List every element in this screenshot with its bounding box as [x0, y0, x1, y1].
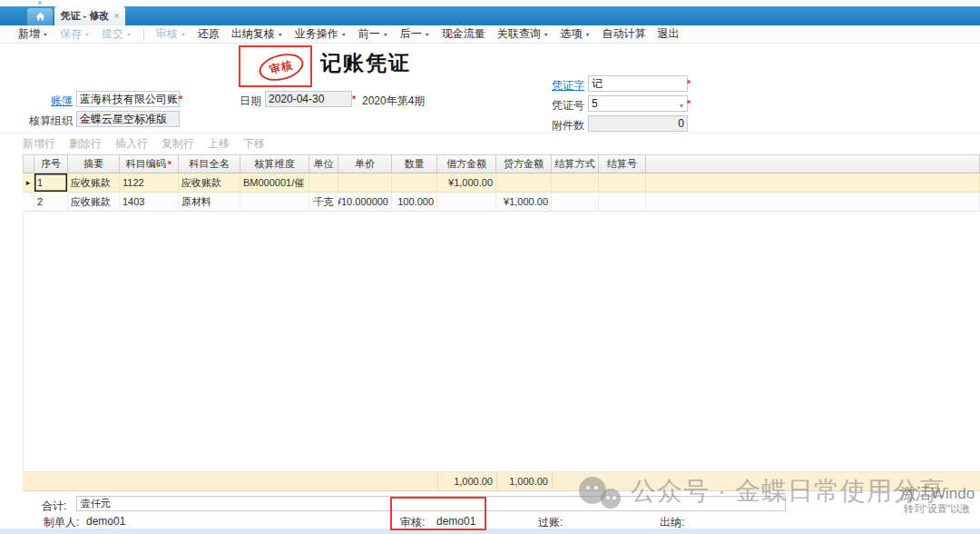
table-cell[interactable]: 1403	[120, 193, 179, 212]
table-cell[interactable]	[437, 193, 496, 212]
table-cell[interactable]	[309, 173, 338, 193]
table-cell[interactable]: BM000001/催	[240, 173, 309, 193]
tab-voucher-edit[interactable]: 凭证 - 修改 ×	[54, 6, 125, 25]
totals-cell	[120, 472, 179, 490]
totals-cell: 1,000.00	[496, 472, 552, 490]
tab-close-icon[interactable]: ×	[113, 11, 119, 21]
table-cell[interactable]: 1	[34, 173, 68, 193]
table-cell[interactable]	[392, 173, 437, 193]
table-cell[interactable]: 应收账款	[179, 173, 240, 193]
chevron-down-icon[interactable]: ▾	[680, 99, 683, 112]
grid-toolbar-button: 上移	[208, 136, 230, 152]
grid-toolbar: 新增行删除行插入行复制行上移下移	[23, 134, 265, 153]
title-strip	[0, 0, 980, 6]
toolbar-previous-button[interactable]: 前一▼	[358, 26, 388, 42]
table-cell[interactable]	[552, 193, 599, 212]
required-mark: *	[168, 159, 172, 170]
voucher-no-select[interactable]: 5 ▾	[588, 95, 688, 112]
toolbar-options-button[interactable]: 选项▼	[561, 26, 591, 42]
org-label: 核算组织	[29, 114, 73, 129]
bottom-strip	[0, 529, 980, 534]
table-cell[interactable]	[338, 173, 392, 193]
table-cell[interactable]	[646, 173, 980, 193]
table-cell[interactable]: 2	[34, 193, 68, 212]
table-cell[interactable]: 千克	[309, 193, 338, 212]
toolbar-business-ops-label: 业务操作	[295, 26, 338, 42]
toolbar-business-ops-button[interactable]: 业务操作▼	[295, 26, 347, 42]
totals-cell	[392, 472, 437, 490]
totals-cell	[338, 472, 392, 490]
toolbar-related-query-button[interactable]: 关联查询▼	[497, 26, 549, 42]
table-cell[interactable]: ¥1,000.00	[437, 173, 496, 193]
dropdown-caret-icon: ▼	[341, 32, 347, 36]
home-tab[interactable]	[27, 8, 53, 25]
totals-cell	[240, 472, 309, 490]
toolbar-cash-flow-button[interactable]: 现金流量	[442, 26, 485, 42]
toolbar-previous-label: 前一	[358, 26, 380, 42]
column-header-label: 数量	[405, 157, 425, 171]
column-header-科目编码: 科目编码*	[120, 154, 179, 173]
toolbar-audit-button: 审核▼	[156, 26, 186, 42]
column-header-label: 结算号	[607, 157, 637, 171]
voucher-no-required-mark: *	[687, 98, 691, 109]
voucher-word-label: 凭证字	[544, 78, 584, 94]
table-cell[interactable]: ¥10.000000	[338, 193, 392, 212]
date-input[interactable]: 2020-04-30	[265, 91, 352, 107]
table-cell[interactable]: 100.000	[392, 193, 437, 212]
org-input[interactable]: 金蝶云星空标准版	[76, 111, 180, 127]
book-link[interactable]: 账簿	[51, 94, 73, 107]
column-header-借方金额: 借方金额	[437, 154, 496, 173]
voucher-no-value: 5	[592, 97, 598, 110]
toolbar-add-button[interactable]: 新增▼	[18, 26, 48, 42]
totals-row: 1,000.001,000.00	[23, 471, 980, 491]
column-header-label: 科目全名	[190, 157, 230, 171]
book-input[interactable]: 蓝海科技有限公司账簿	[76, 91, 180, 107]
table-cell[interactable]: 原材料	[179, 193, 240, 212]
table-cell[interactable]: ¥1,000.00	[496, 193, 552, 212]
toolbar-save-button: 保存▼	[60, 26, 90, 42]
dropdown-caret-icon: ▼	[126, 32, 132, 36]
table-cell[interactable]: 应收账款	[68, 173, 120, 193]
table-cell[interactable]: 应收账款	[68, 193, 120, 212]
book-required-mark: *	[179, 94, 182, 104]
table-cell[interactable]	[552, 173, 599, 193]
toolbar-next-button[interactable]: 后一▼	[400, 26, 430, 42]
totals-cell	[179, 472, 240, 490]
table-cell[interactable]: 1122	[120, 173, 179, 193]
table-cell[interactable]	[240, 193, 309, 212]
toolbar-exit-button[interactable]: 退出	[658, 26, 680, 42]
toolbar-cashier-review-button[interactable]: 出纳复核▼	[231, 26, 283, 42]
table-row: ▸1应收账款1122应收账款BM000001/催¥1,000.00	[23, 173, 980, 193]
toolbar-related-query-label: 关联查询	[497, 26, 541, 42]
date-required-mark: *	[352, 94, 356, 104]
period-text: 2020年第4期	[362, 94, 425, 109]
totals-cell	[646, 472, 980, 490]
column-header-blank	[23, 154, 34, 173]
totals-cell	[34, 472, 68, 490]
sum-label: 合计:	[42, 499, 66, 514]
table-cell[interactable]	[599, 173, 646, 193]
column-header-数量: 数量	[392, 154, 437, 173]
column-header-blank	[646, 154, 980, 173]
voucher-word-required-mark: *	[687, 78, 691, 89]
column-header-单位: 单位	[309, 154, 338, 173]
toolbar-restore-button[interactable]: 还原	[198, 26, 220, 42]
grid-toolbar-button: 下移	[243, 136, 265, 152]
table-cell[interactable]	[496, 173, 552, 193]
column-header-label: 结算方式	[555, 157, 595, 171]
attachments-label: 附件数	[544, 118, 584, 134]
voucher-word-input[interactable]: 记	[588, 75, 688, 92]
auditor-annotation-box	[390, 497, 486, 530]
totals-cell	[23, 472, 34, 490]
table-cell[interactable]	[599, 193, 646, 212]
maker-value: demo01	[86, 515, 125, 528]
table-cell[interactable]	[646, 193, 980, 212]
toolbar-auto-calc-button[interactable]: 自动计算	[603, 26, 646, 42]
toolbar-restore-label: 还原	[198, 26, 220, 42]
attachments-input[interactable]: 0	[588, 115, 688, 132]
grid-toolbar-button: 删除行	[69, 136, 102, 152]
window-dot	[38, 1, 42, 5]
voucher-word-link[interactable]: 凭证字	[552, 79, 584, 92]
column-header-label: 科目编码	[126, 157, 166, 171]
book-label: 账簿	[29, 94, 73, 109]
